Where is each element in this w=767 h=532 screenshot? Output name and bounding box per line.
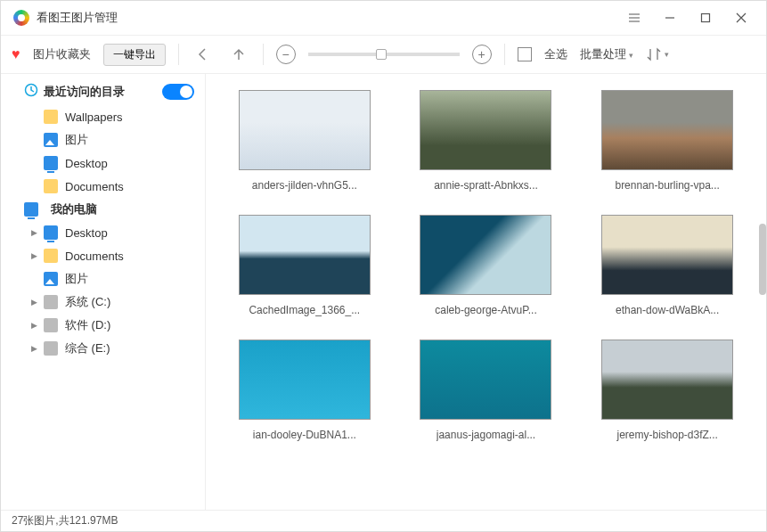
body: 最近访问的目录 Wallpapers图片DesktopDocuments 我的电… [1, 74, 766, 510]
mypc-item-2[interactable]: 图片 [1, 267, 205, 291]
sort-button[interactable]: ▾ [646, 43, 669, 66]
window-buttons [616, 4, 759, 32]
screen-icon [44, 225, 58, 240]
expand-arrow-icon[interactable]: ▶ [31, 298, 38, 307]
folder-icon [44, 110, 58, 124]
expand-arrow-icon[interactable]: ▶ [31, 228, 38, 237]
arrow-up-icon [232, 47, 246, 61]
tree-item-label: 综合 (E:) [65, 340, 110, 356]
recent-item-3[interactable]: Documents [1, 175, 205, 198]
tree-item-label: 图片 [65, 132, 88, 148]
zoom-out-button[interactable]: − [276, 45, 296, 64]
thumbnail-label: brennan-burling-vpa... [615, 179, 719, 192]
tree-item-label: 软件 (D:) [65, 317, 110, 333]
thumbnail-item-8[interactable]: jeremy-bishop-d3fZ... [590, 340, 745, 441]
back-button[interactable] [192, 43, 215, 66]
thumbnail-item-2[interactable]: brennan-burling-vpa... [590, 90, 745, 192]
thumbnail-label: annie-spratt-Abnkxs... [434, 179, 538, 192]
tree-item-label: 图片 [65, 271, 88, 287]
tree-item-label: Desktop [65, 157, 108, 170]
recent-item-1[interactable]: 图片 [1, 128, 205, 151]
sort-icon [647, 47, 663, 61]
thumbnail-image [420, 340, 551, 420]
zoom-in-button[interactable]: + [472, 45, 492, 64]
up-button[interactable] [227, 43, 250, 66]
separator [178, 44, 179, 65]
select-all-checkbox[interactable] [518, 47, 532, 61]
mypc-item-5[interactable]: ▶综合 (E:) [1, 337, 205, 360]
close-button[interactable] [723, 4, 759, 32]
recent-item-0[interactable]: Wallpapers [1, 105, 205, 128]
recent-label: 最近访问的目录 [44, 84, 125, 100]
thumbnail-image [420, 215, 551, 295]
slider-knob[interactable] [376, 49, 387, 60]
thumbnail-item-5[interactable]: ethan-dow-dWaBkA... [590, 215, 745, 316]
status-text: 27张图片,共121.97MB [12, 513, 118, 528]
thumbnail-label: jaanus-jagomagi-al... [437, 429, 535, 441]
tree-item-label: Wallpapers [65, 110, 123, 124]
plus-icon: + [477, 48, 485, 61]
screen-icon [44, 156, 58, 170]
mypc-list: ▶Desktop▶Documents图片▶系统 (C:)▶软件 (D:)▶综合 … [1, 221, 205, 360]
mypc-item-1[interactable]: ▶Documents [1, 244, 205, 267]
thumbnail-label: CachedImage_1366_... [249, 304, 360, 316]
folder-icon [44, 179, 58, 193]
svg-rect-0 [702, 14, 710, 22]
clock-icon [24, 83, 38, 100]
thumbnail-image [601, 90, 733, 170]
app-icon [13, 10, 29, 26]
thumbnail-item-3[interactable]: CachedImage_1366_... [227, 215, 382, 316]
expand-arrow-icon[interactable]: ▶ [31, 321, 38, 330]
content-area: anders-jilden-vhnG5...annie-spratt-Abnkx… [206, 74, 766, 510]
statusbar: 27张图片,共121.97MB [1, 510, 766, 531]
folder-icon [44, 249, 58, 263]
select-all-label: 全选 [544, 46, 567, 62]
thumbnail-label: jeremy-bishop-d3fZ... [616, 429, 717, 441]
minus-icon: − [282, 48, 289, 61]
tree-item-label: 系统 (C:) [65, 294, 110, 310]
thumbnail-item-4[interactable]: caleb-george-AtvuP... [409, 215, 564, 316]
menu-button[interactable] [616, 4, 652, 32]
maximize-icon [700, 12, 711, 23]
batch-process-menu[interactable]: 批量处理 ▾ [580, 46, 634, 62]
thumbnail-item-6[interactable]: ian-dooley-DuBNA1... [227, 340, 382, 441]
image-icon [44, 272, 58, 286]
recent-toggle[interactable] [162, 84, 194, 100]
export-button[interactable]: 一键导出 [103, 44, 166, 66]
titlebar: 看图王图片管理 [1, 1, 766, 35]
zoom-slider[interactable] [308, 53, 460, 56]
favorites-label[interactable]: 图片收藏夹 [33, 46, 91, 62]
tree-item-label: Documents [65, 180, 124, 193]
recent-item-2[interactable]: Desktop [1, 151, 205, 175]
hamburger-icon [628, 12, 641, 24]
expand-arrow-icon[interactable]: ▶ [31, 251, 38, 260]
thumbnail-item-7[interactable]: jaanus-jagomagi-al... [409, 340, 564, 441]
minimize-button[interactable] [652, 4, 688, 32]
tree-item-label: Desktop [65, 226, 108, 240]
mypc-item-3[interactable]: ▶系统 (C:) [1, 291, 205, 314]
separator [263, 44, 264, 65]
mypc-item-0[interactable]: ▶Desktop [1, 221, 205, 244]
chevron-down-icon: ▾ [629, 51, 633, 60]
mypc-label: 我的电脑 [51, 201, 97, 217]
disk-icon [44, 318, 58, 332]
thumbnail-image [239, 340, 371, 420]
minimize-icon [665, 12, 675, 23]
maximize-button[interactable] [688, 4, 723, 32]
scrollbar-thumb[interactable] [759, 224, 766, 295]
toolbar: ♥ 图片收藏夹 一键导出 − + 全选 批量处理 ▾ ▾ [1, 35, 766, 74]
thumbnail-item-0[interactable]: anders-jilden-vhnG5... [227, 90, 382, 192]
disk-icon [44, 341, 58, 356]
thumbnail-label: caleb-george-AtvuP... [435, 304, 537, 316]
thumbnail-label: ethan-dow-dWaBkA... [616, 304, 719, 316]
recent-list: Wallpapers图片DesktopDocuments [1, 105, 205, 198]
thumbnail-image [601, 215, 733, 295]
mypc-item-4[interactable]: ▶软件 (D:) [1, 314, 205, 337]
thumbnail-image [239, 90, 371, 170]
expand-arrow-icon[interactable]: ▶ [31, 344, 38, 353]
thumbnail-item-1[interactable]: annie-spratt-Abnkxs... [409, 90, 564, 192]
app-title: 看图王图片管理 [37, 10, 118, 26]
tree-item-label: Documents [65, 250, 124, 263]
thumbnail-label: anders-jilden-vhnG5... [252, 179, 357, 192]
thumbnail-label: ian-dooley-DuBNA1... [253, 429, 356, 441]
